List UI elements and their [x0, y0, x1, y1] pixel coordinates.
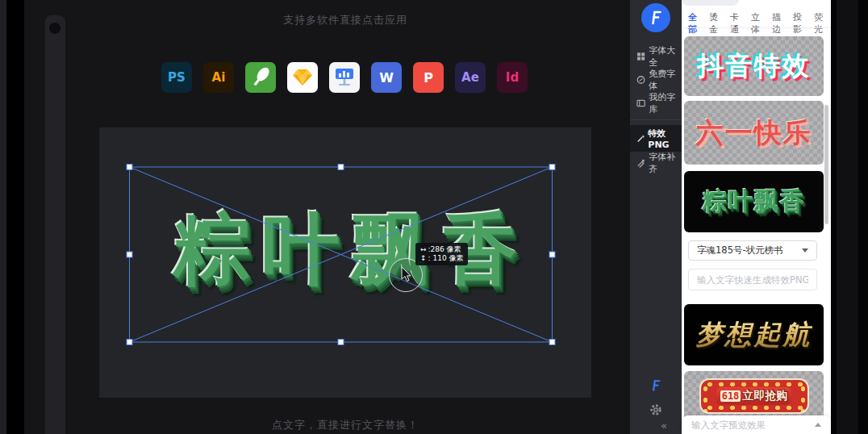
tabs-divider	[682, 27, 831, 28]
vertical-toolbar[interactable]	[45, 15, 65, 434]
effect-text: 六一快乐	[696, 115, 812, 152]
aftereffects-label: Ae	[461, 70, 479, 85]
collapse-button[interactable]: «	[661, 419, 667, 432]
selection-handle-nw[interactable]	[127, 165, 132, 170]
font-select-value: 字魂185号-状元榜书	[697, 244, 783, 257]
illustrator-label: Ai	[212, 70, 226, 85]
repair-pen-icon	[636, 158, 645, 168]
main-workspace: 支持多软件直接点击应用 PS Ai	[24, 0, 630, 434]
toolbar-dot-icon	[49, 23, 61, 34]
software-icons-row: PS Ai	[161, 62, 528, 93]
powerpoint-label: P	[424, 70, 433, 86]
app-icon-keynote[interactable]	[329, 62, 360, 93]
library-book-icon	[636, 98, 645, 108]
sidebar-item-my-library[interactable]: 我的字库	[630, 92, 682, 115]
tab-cartoon[interactable]: 卡通	[729, 10, 747, 37]
tab-neon[interactable]: 荧光	[813, 10, 831, 37]
sketch-diamond-icon	[287, 62, 318, 93]
indesign-label: Id	[506, 70, 519, 85]
keynote-podium-icon	[329, 62, 360, 93]
settings-button[interactable]	[649, 403, 662, 419]
collapse-up-icon[interactable]	[815, 423, 821, 427]
right-edge-area	[831, 0, 868, 434]
sidebar-item-font-all[interactable]: 字体大全	[630, 45, 682, 68]
effect-card-618-sale[interactable]: 618 立即抢购	[684, 371, 824, 421]
tab-shadow[interactable]: 投影	[792, 10, 810, 37]
footer-hint: 点文字，直接进行文字替换！	[99, 418, 591, 432]
selection-overlay	[99, 127, 591, 398]
magic-wand-icon	[636, 134, 645, 144]
sidebar-label: 免费字体	[649, 68, 682, 92]
app-icon-photoshop[interactable]: PS	[161, 62, 192, 93]
effects-panel: 全部 烫金 卡通 立体 描边 投影 荧光 抖音特效 六一快乐 粽叶飘香 字魂18…	[682, 0, 831, 434]
effect-card-childrens-day[interactable]: 六一快乐	[684, 101, 824, 165]
selection-handle-w[interactable]	[127, 252, 132, 257]
free-coin-icon	[636, 75, 645, 85]
app-icon-coreldraw[interactable]	[245, 62, 276, 93]
design-canvas[interactable]: 粽叶飘香	[99, 127, 591, 398]
tab-gold-stamp[interactable]: 烫金	[708, 10, 726, 37]
sidebar-item-free-fonts[interactable]: 免费字体	[630, 69, 682, 91]
ifonts-mini-logo-icon	[649, 378, 663, 393]
tab-all[interactable]: 全部	[687, 10, 705, 37]
effect-text: 抖音特效	[698, 48, 811, 85]
height-value: : 110 像素	[428, 254, 464, 263]
right-edge-strip	[837, 0, 858, 434]
panel-scrollbar[interactable]	[824, 105, 828, 224]
ifonts-sidebar: 字体大全 免费字体 我的字库 特效PNG	[630, 0, 682, 434]
gear-icon	[649, 403, 662, 416]
width-value: :286 像素	[428, 245, 461, 254]
generate-text-input[interactable]	[688, 269, 817, 290]
effect-card-zongye-selected[interactable]: 粽叶飘香	[684, 171, 824, 232]
effect-text: 梦想起航	[696, 317, 812, 353]
sale-badge: 618 立即抢购	[699, 378, 809, 414]
sidebar-item-font-repair[interactable]: 字体补齐	[630, 152, 682, 174]
ifonts-mini-logo[interactable]	[649, 378, 663, 396]
app-icon-indesign[interactable]: Id	[497, 62, 528, 93]
sidebar-label: 特效PNG	[648, 127, 682, 150]
preview-input-bar	[682, 415, 831, 434]
effect-card-douyin[interactable]: 抖音特效	[684, 36, 824, 96]
selection-handle-e[interactable]	[549, 252, 555, 257]
photoshop-label: PS	[168, 70, 186, 85]
effect-text: 粽叶飘香	[703, 185, 806, 219]
width-arrow-icon: ↔	[420, 245, 427, 254]
app-icon-sketch[interactable]	[287, 62, 318, 93]
sidebar-item-effect-png[interactable]: 特效PNG	[630, 125, 682, 152]
sidebar-label: 字体大全	[649, 44, 682, 69]
category-tabs: 全部 烫金 卡通 立体 描边 投影 荧光	[687, 10, 831, 37]
grid-icon	[636, 52, 645, 61]
sidebar-divider	[630, 119, 682, 120]
word-label: W	[379, 70, 394, 86]
app-icon-powerpoint[interactable]: P	[413, 62, 444, 93]
selection-handle-sw[interactable]	[127, 340, 132, 345]
selection-handle-se[interactable]	[549, 340, 555, 345]
app-icon-word[interactable]: W	[371, 62, 402, 93]
app-icon-aftereffects[interactable]: Ae	[455, 62, 486, 93]
coreldraw-balloon-icon	[245, 62, 276, 93]
header-hint: 支持多软件直接点击应用	[99, 13, 591, 27]
ifonts-logo-icon	[647, 9, 665, 27]
search-input[interactable]	[682, 0, 739, 6]
app-icon-illustrator[interactable]: Ai	[203, 62, 234, 93]
selection-handle-ne[interactable]	[549, 165, 555, 170]
chevron-down-icon	[802, 248, 808, 252]
selection-handle-n[interactable]	[338, 165, 344, 170]
measurement-tooltip: ↔ :286 像素 ↕ : 110 像素	[415, 243, 468, 265]
tab-outline[interactable]: 描边	[771, 10, 789, 37]
tab-3d[interactable]: 立体	[750, 10, 768, 37]
effect-card-dream[interactable]: 梦想起航	[684, 304, 824, 365]
badge-number: 618	[720, 390, 741, 402]
left-edge-strip	[0, 0, 6, 434]
app-window: 支持多软件直接点击应用 PS Ai	[0, 0, 868, 434]
badge-text: 立即抢购	[742, 389, 787, 403]
mouse-cursor-icon	[401, 267, 412, 283]
preview-text-input[interactable]	[691, 417, 815, 433]
sidebar-label: 字体补齐	[649, 151, 682, 175]
height-arrow-icon: ↕	[420, 254, 427, 263]
selection-handle-s[interactable]	[338, 340, 344, 345]
ifonts-logo[interactable]	[641, 3, 670, 32]
font-select-dropdown[interactable]: 字魂185号-状元榜书	[688, 240, 817, 261]
sidebar-label: 我的字库	[649, 91, 682, 115]
